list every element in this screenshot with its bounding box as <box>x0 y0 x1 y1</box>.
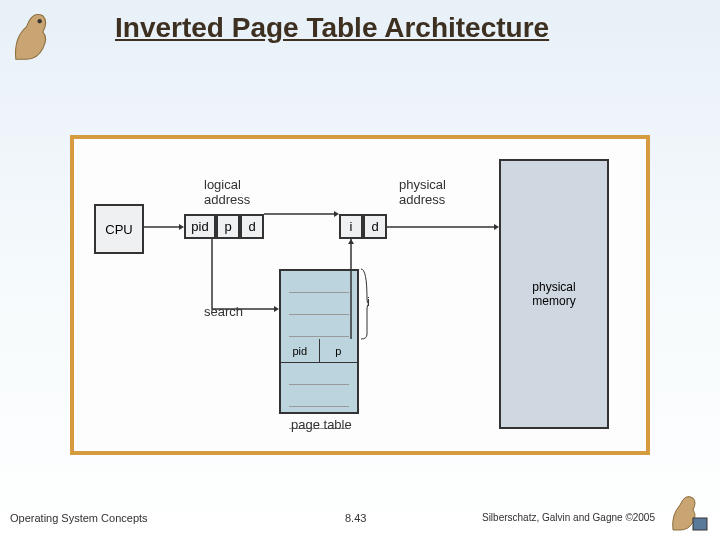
svg-marker-8 <box>348 239 354 244</box>
d-field-physical: d <box>363 214 387 239</box>
d-field-logical: d <box>240 214 264 239</box>
footer-page-number: 8.43 <box>345 512 366 524</box>
footer-left: Operating System Concepts <box>10 512 148 524</box>
page-title: Inverted Page Table Architecture <box>115 12 549 44</box>
i-field-physical: i <box>339 214 363 239</box>
diagram-frame: CPU logical address pid p d physical add… <box>70 135 650 455</box>
logical-address-label: logical address <box>204 177 250 207</box>
cpu-box: CPU <box>94 204 144 254</box>
svg-marker-6 <box>494 224 499 230</box>
physical-memory-box: physical memory <box>499 159 609 429</box>
svg-marker-2 <box>179 224 184 230</box>
arrow-d-to-d <box>264 209 339 219</box>
pt-pid: pid <box>281 339 320 362</box>
arrow-physical-to-memory <box>387 224 499 234</box>
svg-point-0 <box>38 19 42 23</box>
dinosaur-logo-br <box>665 490 715 535</box>
footer-copyright: Silberschatz, Galvin and Gagne ©2005 <box>482 512 655 523</box>
brace-i <box>361 269 369 339</box>
page-table-entry: pid p <box>281 339 357 363</box>
pid-field-logical: pid <box>184 214 216 239</box>
p-field-logical: p <box>216 214 240 239</box>
page-table: pid p <box>279 269 359 414</box>
pt-p: p <box>320 339 358 362</box>
footer: Operating System Concepts 8.43 Silbersch… <box>0 512 720 532</box>
arrow-cpu-to-logical <box>144 224 184 234</box>
svg-marker-4 <box>334 211 339 217</box>
svg-rect-9 <box>693 518 707 530</box>
physical-address-label: physical address <box>399 177 446 207</box>
page-table-label: page table <box>291 417 352 432</box>
arrow-pidp-down-to-table <box>212 239 282 314</box>
svg-marker-7 <box>274 306 279 312</box>
dinosaur-logo-tl <box>5 5 70 65</box>
